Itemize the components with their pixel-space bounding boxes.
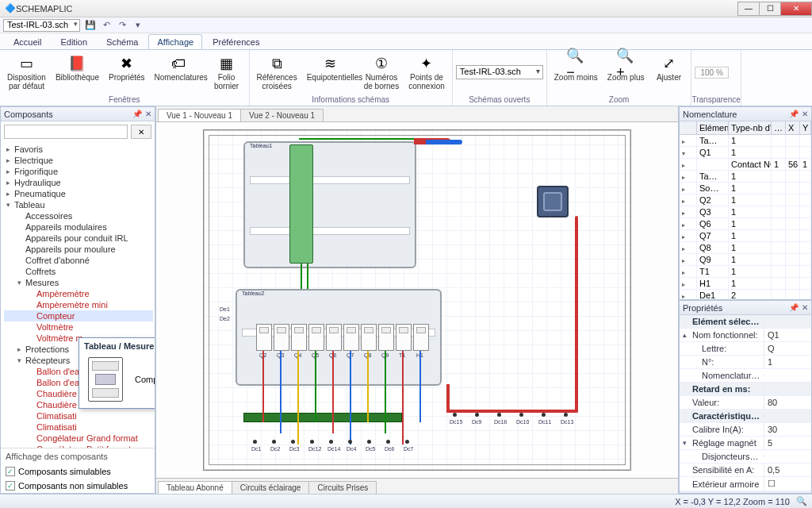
tree-item[interactable]: ▸Frigorifique (4, 166, 153, 177)
minimize-button[interactable]: — (737, 2, 760, 16)
breaker-Q9[interactable] (378, 324, 394, 351)
prop-row[interactable]: Nomenclature (C (680, 369, 811, 383)
fenetres-btn-4[interactable]: ▦Foliobornier (208, 52, 246, 93)
open-schema-combo[interactable]: Test-IRL-03.sch (456, 65, 543, 79)
nomen-row[interactable]: ▸ Contact NO T…1561 (680, 159, 811, 171)
view-tab-2[interactable]: Vue 2 - Nouveau 1 (240, 109, 324, 121)
nomen-row[interactable]: ▾Q11 (680, 147, 811, 159)
prop-row[interactable]: Sensibilité en A:0,5 (680, 464, 811, 477)
breaker-Q6[interactable] (326, 324, 342, 351)
breaker-T1[interactable] (396, 324, 412, 351)
nomen-row[interactable]: ▸Q31 (680, 206, 811, 218)
nomen-row[interactable]: ▸Q81 (680, 242, 811, 254)
tab-schema[interactable]: Schéma (98, 34, 147, 49)
pin-icon[interactable]: 📌 (789, 303, 799, 312)
prop-row[interactable]: Disjoncteurs ‹ Courbes B,C… (680, 450, 811, 464)
tree-item[interactable]: Congélateur Petit format (4, 444, 153, 448)
panel-close-icon[interactable]: ✕ (145, 110, 151, 118)
prop-row[interactable]: ▾Réglage magnét5 (680, 437, 811, 450)
pin-icon[interactable]: 📌 (132, 110, 142, 118)
prop-row[interactable]: ▴Ordonner les appareils (680, 491, 811, 493)
prop-row[interactable]: Elément sélectionné Q1 Contact … (680, 315, 811, 329)
tab-edition[interactable]: Edition (52, 34, 96, 49)
transparency-value[interactable]: 100 % (695, 67, 728, 79)
fenetres-btn-2[interactable]: ✖Propriétés (105, 52, 149, 85)
file-combo[interactable]: Test-IRL-03.sch (3, 19, 80, 32)
tree-item[interactable]: Appareils pour conduit IRL (4, 233, 153, 244)
tree-item[interactable]: Compteur (4, 310, 153, 321)
prop-row[interactable]: Caractéristiques électriques (680, 410, 811, 423)
tree-item[interactable]: Appareils pour moulure (4, 244, 153, 255)
undo-icon[interactable]: ↶ (101, 20, 112, 31)
qa-dropdown-icon[interactable]: ▾ (132, 20, 144, 31)
clear-search-button[interactable]: ✕ (131, 125, 151, 139)
nomenclature-grid[interactable]: ElémentType-nb d'él……XY▸Ta…1▾Q11▸ Contac… (680, 121, 811, 299)
prop-row[interactable]: Lettre:Q (680, 342, 811, 356)
tab-affichage[interactable]: Affichage (148, 34, 202, 49)
properties-grid[interactable]: Elément sélectionné Q1 Contact …▴Nom fon… (680, 315, 811, 493)
infos-btn-3[interactable]: ✦Points deconnexion (404, 52, 449, 93)
tree-item[interactable]: Accessoires (4, 210, 153, 221)
schematic-canvas[interactable]: Tableau1 Tableau2 Q2Q3Q4Q5Q6Q7Q8Q9T1H1 (156, 122, 678, 478)
breaker-Q8[interactable] (361, 324, 377, 351)
enclosure-tableau1[interactable] (243, 141, 416, 268)
nomen-row[interactable]: ▸Q91 (680, 254, 811, 266)
zoom-btn-2[interactable]: ⤢Ajuster (649, 52, 688, 85)
nomen-row[interactable]: ▸Q61 (680, 218, 811, 230)
infos-btn-0[interactable]: ⧉Référencescroisées (253, 52, 301, 93)
redo-icon[interactable]: ↷ (117, 20, 128, 31)
close-button[interactable]: ✕ (780, 2, 812, 16)
prop-row[interactable]: Valeur:80 (680, 396, 811, 410)
breaker-Q5[interactable] (308, 324, 324, 351)
zoom-btn-0[interactable]: 🔍−Zoom moins (550, 52, 602, 85)
sheet-tab-abonne[interactable]: Tableau Abonné (158, 481, 232, 494)
nomen-row[interactable]: ▸De12 (680, 290, 811, 299)
tree-item[interactable]: Ampèremètre (4, 288, 153, 299)
tree-item[interactable]: Climatisati (4, 421, 153, 433)
terminal-strip[interactable] (243, 413, 402, 422)
sheet-tab-prises[interactable]: Circuits Prises (308, 481, 377, 494)
nonsimulable-checkbox[interactable]: ✓ (6, 481, 15, 491)
fenetres-btn-3[interactable]: 🏷Nomenclatures (151, 52, 206, 85)
breaker-H1[interactable] (413, 324, 429, 351)
nomen-row[interactable]: ▸Q21 (680, 194, 811, 206)
tree-item[interactable]: Coffrets (4, 266, 153, 277)
prop-row[interactable]: Extérieur armoire☐ (680, 477, 811, 491)
socket-device[interactable] (537, 186, 569, 217)
tree-item[interactable]: ▸Pneumatique (4, 188, 153, 199)
fenetres-btn-1[interactable]: 📕Bibliothèque (52, 52, 103, 85)
prop-row[interactable]: Calibre In(A):30 (680, 423, 811, 437)
sheet-tab-eclairage[interactable]: Circuits éclairage (232, 481, 310, 494)
nomen-row[interactable]: ▸T11 (680, 266, 811, 278)
infos-btn-1[interactable]: ≋Equipotentielles (303, 52, 358, 85)
prop-row[interactable]: ▴Nom fonctionnel:Q1 (680, 329, 811, 342)
nomen-row[interactable]: ▸Ta…1 (680, 135, 811, 147)
breaker-Q3[interactable] (274, 324, 289, 351)
fenetres-btn-0[interactable]: ▭Dispositionpar défaut (3, 52, 50, 93)
tree-item[interactable]: Congélateur Grand format (4, 433, 153, 444)
tree-item[interactable]: Appareils modulaires (4, 221, 153, 233)
tree-item[interactable]: Voltmètre (4, 321, 153, 333)
tree-item[interactable]: ▾Tableau (4, 199, 153, 210)
breaker-Q4[interactable] (291, 324, 307, 351)
infos-btn-2[interactable]: ①Numérosde bornes (360, 52, 403, 93)
tree-item[interactable]: ▸Hydraulique (4, 177, 153, 188)
device-q1[interactable] (289, 144, 313, 264)
panel-close-icon[interactable]: ✕ (802, 110, 808, 118)
tree-item[interactable]: ▾Mesures (4, 277, 153, 288)
component-search-input[interactable] (4, 125, 128, 139)
breaker-Q2[interactable] (256, 324, 272, 351)
panel-close-icon[interactable]: ✕ (802, 303, 808, 312)
nomen-row[interactable]: ▸Ta…1 (680, 171, 811, 183)
view-tab-1[interactable]: Vue 1 - Nouveau 1 (158, 109, 241, 121)
tab-preferences[interactable]: Préférences (204, 34, 268, 49)
zoom-btn-1[interactable]: 🔍+Zoom plus (603, 52, 649, 85)
tree-item[interactable]: ▸Favoris (4, 144, 153, 155)
pin-icon[interactable]: 📌 (789, 110, 799, 118)
component-tree[interactable]: ▸Favoris▸Electrique▸Frigorifique▸Hydraul… (1, 142, 155, 448)
simulable-checkbox[interactable]: ✓ (6, 467, 15, 476)
tree-item[interactable]: Coffret d'abonné (4, 255, 153, 266)
nomen-row[interactable]: ▸Q71 (680, 230, 811, 242)
prop-row[interactable]: N°:1 (680, 356, 811, 369)
tree-item[interactable]: Ampèremètre mini (4, 299, 153, 310)
